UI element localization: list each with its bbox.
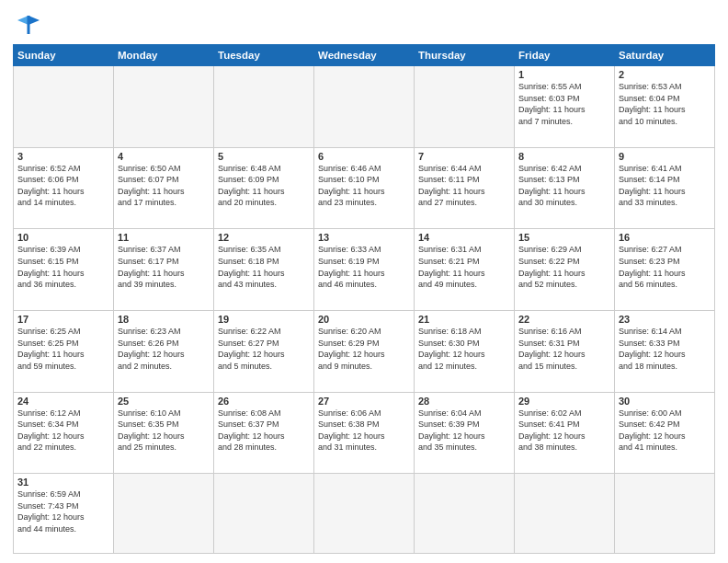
calendar-cell bbox=[314, 474, 415, 554]
week-row-1: 3Sunrise: 6:52 AM Sunset: 6:06 PM Daylig… bbox=[14, 147, 715, 229]
day-number: 26 bbox=[218, 396, 310, 407]
day-number: 28 bbox=[418, 396, 510, 407]
day-info: Sunrise: 6:18 AM Sunset: 6:30 PM Dayligh… bbox=[418, 326, 510, 372]
calendar-cell: 29Sunrise: 6:02 AM Sunset: 6:41 PM Dayli… bbox=[515, 392, 615, 474]
calendar-cell bbox=[515, 474, 615, 554]
calendar-cell: 2Sunrise: 6:53 AM Sunset: 6:04 PM Daylig… bbox=[615, 66, 715, 148]
calendar-cell bbox=[114, 66, 214, 148]
day-info: Sunrise: 6:59 AM Sunset: 7:43 PM Dayligh… bbox=[17, 488, 109, 534]
day-number: 1 bbox=[518, 69, 610, 80]
calendar-cell: 3Sunrise: 6:52 AM Sunset: 6:06 PM Daylig… bbox=[14, 147, 114, 229]
day-number: 12 bbox=[218, 232, 310, 243]
day-number: 25 bbox=[118, 396, 210, 407]
calendar-cell: 9Sunrise: 6:41 AM Sunset: 6:14 PM Daylig… bbox=[615, 147, 715, 229]
day-info: Sunrise: 6:27 AM Sunset: 6:23 PM Dayligh… bbox=[619, 244, 711, 290]
weekday-header-monday: Monday bbox=[114, 45, 214, 66]
calendar-cell: 23Sunrise: 6:14 AM Sunset: 6:33 PM Dayli… bbox=[615, 310, 715, 392]
day-number: 22 bbox=[518, 314, 610, 325]
calendar-cell bbox=[415, 66, 515, 148]
calendar-cell: 1Sunrise: 6:55 AM Sunset: 6:03 PM Daylig… bbox=[515, 66, 615, 148]
day-info: Sunrise: 6:48 AM Sunset: 6:09 PM Dayligh… bbox=[218, 163, 310, 209]
day-info: Sunrise: 6:12 AM Sunset: 6:34 PM Dayligh… bbox=[17, 408, 109, 454]
calendar-cell: 22Sunrise: 6:16 AM Sunset: 6:31 PM Dayli… bbox=[515, 310, 615, 392]
day-number: 21 bbox=[418, 314, 510, 325]
calendar-cell: 18Sunrise: 6:23 AM Sunset: 6:26 PM Dayli… bbox=[114, 310, 214, 392]
calendar-cell: 5Sunrise: 6:48 AM Sunset: 6:09 PM Daylig… bbox=[214, 147, 314, 229]
day-number: 17 bbox=[17, 314, 109, 325]
day-info: Sunrise: 6:08 AM Sunset: 6:37 PM Dayligh… bbox=[218, 408, 310, 454]
day-number: 16 bbox=[619, 232, 711, 243]
week-row-0: 1Sunrise: 6:55 AM Sunset: 6:03 PM Daylig… bbox=[14, 66, 715, 148]
calendar-cell: 16Sunrise: 6:27 AM Sunset: 6:23 PM Dayli… bbox=[615, 229, 715, 311]
day-number: 5 bbox=[218, 151, 310, 162]
day-info: Sunrise: 6:35 AM Sunset: 6:18 PM Dayligh… bbox=[218, 244, 310, 290]
day-info: Sunrise: 6:16 AM Sunset: 6:31 PM Dayligh… bbox=[518, 326, 610, 372]
day-number: 9 bbox=[619, 151, 711, 162]
calendar-cell: 12Sunrise: 6:35 AM Sunset: 6:18 PM Dayli… bbox=[214, 229, 314, 311]
calendar-cell: 10Sunrise: 6:39 AM Sunset: 6:15 PM Dayli… bbox=[14, 229, 114, 311]
calendar-cell: 20Sunrise: 6:20 AM Sunset: 6:29 PM Dayli… bbox=[314, 310, 415, 392]
day-number: 30 bbox=[619, 396, 711, 407]
day-number: 24 bbox=[17, 396, 109, 407]
day-info: Sunrise: 6:02 AM Sunset: 6:41 PM Dayligh… bbox=[518, 408, 610, 454]
calendar-cell: 4Sunrise: 6:50 AM Sunset: 6:07 PM Daylig… bbox=[114, 147, 214, 229]
weekday-header-saturday: Saturday bbox=[615, 45, 715, 66]
calendar-cell bbox=[214, 66, 314, 148]
calendar-cell: 7Sunrise: 6:44 AM Sunset: 6:11 PM Daylig… bbox=[415, 147, 515, 229]
day-number: 18 bbox=[118, 314, 210, 325]
day-info: Sunrise: 6:44 AM Sunset: 6:11 PM Dayligh… bbox=[418, 163, 510, 209]
day-number: 20 bbox=[318, 314, 410, 325]
calendar-cell: 28Sunrise: 6:04 AM Sunset: 6:39 PM Dayli… bbox=[415, 392, 515, 474]
day-info: Sunrise: 6:39 AM Sunset: 6:15 PM Dayligh… bbox=[17, 244, 109, 290]
day-info: Sunrise: 6:00 AM Sunset: 6:42 PM Dayligh… bbox=[619, 408, 711, 454]
calendar-page: SundayMondayTuesdayWednesdayThursdayFrid… bbox=[0, 0, 728, 563]
calendar-cell: 15Sunrise: 6:29 AM Sunset: 6:22 PM Dayli… bbox=[515, 229, 615, 311]
week-row-4: 24Sunrise: 6:12 AM Sunset: 6:34 PM Dayli… bbox=[14, 392, 715, 474]
day-number: 2 bbox=[619, 69, 711, 80]
day-number: 6 bbox=[318, 151, 410, 162]
calendar-cell bbox=[415, 474, 515, 554]
day-info: Sunrise: 6:55 AM Sunset: 6:03 PM Dayligh… bbox=[518, 81, 610, 127]
calendar-cell: 17Sunrise: 6:25 AM Sunset: 6:25 PM Dayli… bbox=[14, 310, 114, 392]
calendar-cell bbox=[14, 66, 114, 148]
day-info: Sunrise: 6:29 AM Sunset: 6:22 PM Dayligh… bbox=[518, 244, 610, 290]
calendar-cell: 26Sunrise: 6:08 AM Sunset: 6:37 PM Dayli… bbox=[214, 392, 314, 474]
header bbox=[13, 9, 715, 39]
weekday-header-sunday: Sunday bbox=[14, 45, 114, 66]
weekday-header-friday: Friday bbox=[515, 45, 615, 66]
day-info: Sunrise: 6:46 AM Sunset: 6:10 PM Dayligh… bbox=[318, 163, 410, 209]
logo-flag-icon bbox=[16, 13, 41, 39]
day-info: Sunrise: 6:53 AM Sunset: 6:04 PM Dayligh… bbox=[619, 81, 711, 127]
calendar-cell bbox=[314, 66, 415, 148]
day-info: Sunrise: 6:37 AM Sunset: 6:17 PM Dayligh… bbox=[118, 244, 210, 290]
day-number: 14 bbox=[418, 232, 510, 243]
weekday-header-wednesday: Wednesday bbox=[314, 45, 415, 66]
day-info: Sunrise: 6:31 AM Sunset: 6:21 PM Dayligh… bbox=[418, 244, 510, 290]
calendar-cell: 27Sunrise: 6:06 AM Sunset: 6:38 PM Dayli… bbox=[314, 392, 415, 474]
calendar-cell: 6Sunrise: 6:46 AM Sunset: 6:10 PM Daylig… bbox=[314, 147, 415, 229]
week-row-3: 17Sunrise: 6:25 AM Sunset: 6:25 PM Dayli… bbox=[14, 310, 715, 392]
svg-rect-2 bbox=[28, 16, 30, 34]
day-number: 23 bbox=[619, 314, 711, 325]
svg-marker-1 bbox=[17, 16, 28, 25]
calendar-cell: 30Sunrise: 6:00 AM Sunset: 6:42 PM Dayli… bbox=[615, 392, 715, 474]
calendar-cell bbox=[114, 474, 214, 554]
day-info: Sunrise: 6:06 AM Sunset: 6:38 PM Dayligh… bbox=[318, 408, 410, 454]
weekday-header-row: SundayMondayTuesdayWednesdayThursdayFrid… bbox=[14, 45, 715, 66]
logo bbox=[13, 13, 41, 39]
day-info: Sunrise: 6:42 AM Sunset: 6:13 PM Dayligh… bbox=[518, 163, 610, 209]
week-row-5: 31Sunrise: 6:59 AM Sunset: 7:43 PM Dayli… bbox=[14, 474, 715, 554]
day-info: Sunrise: 6:52 AM Sunset: 6:06 PM Dayligh… bbox=[17, 163, 109, 209]
calendar-cell: 19Sunrise: 6:22 AM Sunset: 6:27 PM Dayli… bbox=[214, 310, 314, 392]
weekday-header-tuesday: Tuesday bbox=[214, 45, 314, 66]
day-info: Sunrise: 6:50 AM Sunset: 6:07 PM Dayligh… bbox=[118, 163, 210, 209]
day-info: Sunrise: 6:20 AM Sunset: 6:29 PM Dayligh… bbox=[318, 326, 410, 372]
weekday-header-thursday: Thursday bbox=[415, 45, 515, 66]
day-info: Sunrise: 6:14 AM Sunset: 6:33 PM Dayligh… bbox=[619, 326, 711, 372]
calendar-cell bbox=[214, 474, 314, 554]
day-number: 3 bbox=[17, 151, 109, 162]
day-number: 27 bbox=[318, 396, 410, 407]
day-number: 19 bbox=[218, 314, 310, 325]
calendar-cell: 8Sunrise: 6:42 AM Sunset: 6:13 PM Daylig… bbox=[515, 147, 615, 229]
calendar-cell: 25Sunrise: 6:10 AM Sunset: 6:35 PM Dayli… bbox=[114, 392, 214, 474]
